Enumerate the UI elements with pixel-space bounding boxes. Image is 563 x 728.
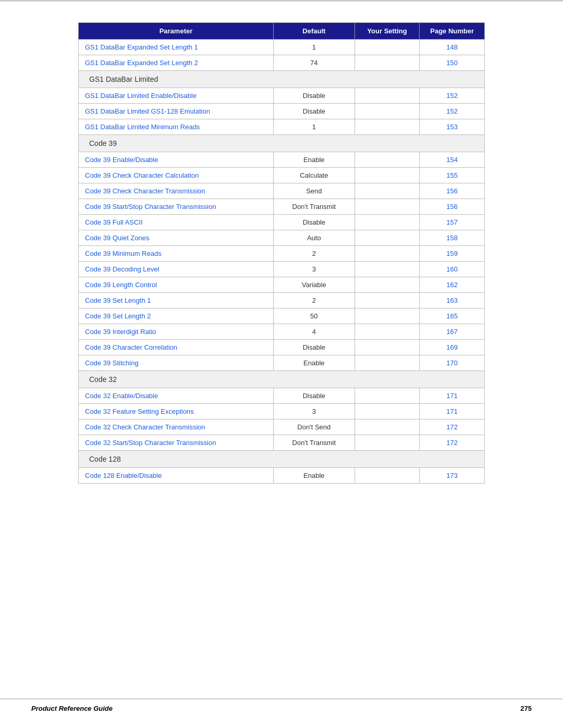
table-row: GS1 DataBar Limited Minimum Reads1153 (79, 119, 485, 135)
section-row: GS1 DataBar Limited (79, 71, 485, 88)
param-cell[interactable]: Code 39 Start/Stop Character Transmissio… (79, 199, 274, 215)
table-row: Code 39 Character CorrelationDisable169 (79, 340, 485, 355)
your-setting-cell (354, 277, 420, 293)
table-row: Code 32 Start/Stop Character Transmissio… (79, 435, 485, 451)
page-num-cell[interactable]: 163 (420, 293, 485, 309)
page-num-cell[interactable]: 152 (420, 104, 485, 119)
param-cell[interactable]: Code 39 Enable/Disable (79, 152, 274, 168)
param-cell[interactable]: Code 32 Start/Stop Character Transmissio… (79, 435, 274, 451)
param-cell[interactable]: Code 32 Check Character Transmission (79, 419, 274, 435)
page-num-cell[interactable]: 167 (420, 324, 485, 340)
default-cell: 2 (273, 293, 354, 309)
your-setting-cell (354, 119, 420, 135)
page-num-cell[interactable]: 171 (420, 404, 485, 419)
table-row: Code 39 Check Character CalculationCalcu… (79, 168, 485, 183)
page-num-cell[interactable]: 154 (420, 152, 485, 168)
param-cell[interactable]: Code 32 Enable/Disable (79, 388, 274, 404)
table-row: GS1 DataBar Expanded Set Length 274150 (79, 55, 485, 71)
table-row: Code 39 Minimum Reads2159 (79, 246, 485, 262)
param-cell[interactable]: Code 39 Interdigit Ratio (79, 324, 274, 340)
section-label: Code 128 (79, 451, 485, 468)
section-label: Code 32 (79, 371, 485, 388)
param-cell[interactable]: Code 39 Stitching (79, 355, 274, 371)
page-num-cell[interactable]: 159 (420, 246, 485, 262)
footer-left-label: Product Reference Guide (31, 705, 113, 712)
param-cell[interactable]: Code 39 Check Character Transmission (79, 183, 274, 199)
param-cell[interactable]: Code 39 Set Length 1 (79, 293, 274, 309)
page-num-cell[interactable]: 172 (420, 419, 485, 435)
header-your-setting: Your Setting (354, 23, 420, 40)
table-row: Code 32 Enable/DisableDisable171 (79, 388, 485, 404)
page-num-cell[interactable]: 171 (420, 388, 485, 404)
default-cell: Disable (273, 104, 354, 119)
param-cell[interactable]: Code 39 Character Correlation (79, 340, 274, 355)
page-num-cell[interactable]: 156 (420, 183, 485, 199)
header-page-number: Page Number (420, 23, 485, 40)
your-setting-cell (354, 309, 420, 324)
param-cell[interactable]: GS1 DataBar Limited Enable/Disable (79, 88, 274, 104)
main-table: Parameter Default Your Setting Page Numb… (78, 22, 485, 484)
default-cell: Don't Send (273, 419, 354, 435)
default-cell: 1 (273, 119, 354, 135)
page-num-cell[interactable]: 148 (420, 40, 485, 55)
default-cell: 74 (273, 55, 354, 71)
default-cell: Enable (273, 152, 354, 168)
param-cell[interactable]: Code 128 Enable/Disable (79, 468, 274, 484)
your-setting-cell (354, 152, 420, 168)
your-setting-cell (354, 55, 420, 71)
page-num-cell[interactable]: 158 (420, 230, 485, 246)
default-cell: Don't Transmit (273, 435, 354, 451)
default-cell: Disable (273, 88, 354, 104)
default-cell: Don't Transmit (273, 199, 354, 215)
page-num-cell[interactable]: 172 (420, 435, 485, 451)
page-num-cell[interactable]: 169 (420, 340, 485, 355)
page-num-cell[interactable]: 156 (420, 199, 485, 215)
table-row: GS1 DataBar Limited GS1-128 EmulationDis… (79, 104, 485, 119)
your-setting-cell (354, 246, 420, 262)
param-cell[interactable]: Code 39 Set Length 2 (79, 309, 274, 324)
your-setting-cell (354, 340, 420, 355)
your-setting-cell (354, 104, 420, 119)
param-cell[interactable]: GS1 DataBar Expanded Set Length 2 (79, 55, 274, 71)
default-cell: 3 (273, 404, 354, 419)
table-row: Code 39 Interdigit Ratio4167 (79, 324, 485, 340)
page-num-cell[interactable]: 155 (420, 168, 485, 183)
default-cell: Send (273, 183, 354, 199)
footer-right-label: 275 (520, 705, 532, 712)
page-num-cell[interactable]: 150 (420, 55, 485, 71)
param-cell[interactable]: Code 39 Minimum Reads (79, 246, 274, 262)
your-setting-cell (354, 183, 420, 199)
default-cell: Disable (273, 215, 354, 230)
section-row: Code 128 (79, 451, 485, 468)
page-num-cell[interactable]: 157 (420, 215, 485, 230)
table-row: Code 128 Enable/DisableEnable173 (79, 468, 485, 484)
header-parameter: Parameter (79, 23, 274, 40)
table-row: Code 39 Length ControlVariable162 (79, 277, 485, 293)
param-cell[interactable]: GS1 DataBar Expanded Set Length 1 (79, 40, 274, 55)
page-num-cell[interactable]: 153 (420, 119, 485, 135)
page-num-cell[interactable]: 170 (420, 355, 485, 371)
default-cell: Enable (273, 468, 354, 484)
your-setting-cell (354, 215, 420, 230)
your-setting-cell (354, 199, 420, 215)
param-cell[interactable]: Code 39 Check Character Calculation (79, 168, 274, 183)
param-cell[interactable]: GS1 DataBar Limited GS1-128 Emulation (79, 104, 274, 119)
table-row: Code 39 Set Length 12163 (79, 293, 485, 309)
table-row: Code 39 Enable/DisableEnable154 (79, 152, 485, 168)
param-cell[interactable]: Code 39 Quiet Zones (79, 230, 274, 246)
param-cell[interactable]: Code 39 Full ASCII (79, 215, 274, 230)
page-num-cell[interactable]: 165 (420, 309, 485, 324)
default-cell: Disable (273, 340, 354, 355)
page-num-cell[interactable]: 173 (420, 468, 485, 484)
page-num-cell[interactable]: 152 (420, 88, 485, 104)
page-num-cell[interactable]: 160 (420, 262, 485, 277)
page-container: Parameter Default Your Setting Page Numb… (0, 0, 563, 728)
param-cell[interactable]: GS1 DataBar Limited Minimum Reads (79, 119, 274, 135)
param-cell[interactable]: Code 32 Feature Setting Exceptions (79, 404, 274, 419)
top-border (0, 0, 563, 2)
your-setting-cell (354, 40, 420, 55)
your-setting-cell (354, 355, 420, 371)
page-num-cell[interactable]: 162 (420, 277, 485, 293)
param-cell[interactable]: Code 39 Decoding Level (79, 262, 274, 277)
param-cell[interactable]: Code 39 Length Control (79, 277, 274, 293)
